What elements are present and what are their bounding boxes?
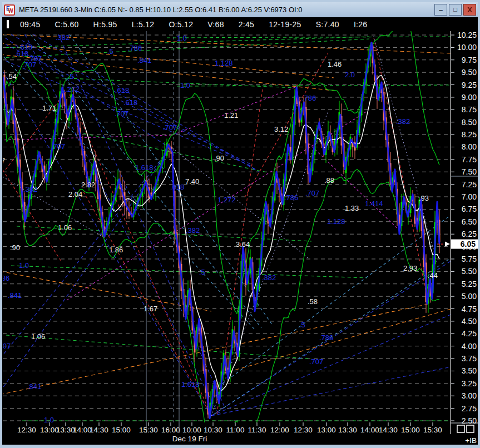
svg-text:.382: .382 (396, 117, 410, 126)
svg-text:7.40: 7.40 (185, 177, 199, 186)
svg-text:.841: .841 (27, 382, 41, 391)
svg-text:.90: .90 (214, 154, 224, 162)
scale-checkbox-right[interactable] (469, 425, 476, 432)
status-item: L:5.12 (132, 20, 155, 29)
svg-text:.382: .382 (56, 33, 70, 42)
svg-text:2.04: 2.04 (68, 190, 82, 198)
minimize-button[interactable]: – (434, 4, 447, 16)
svg-text:.786: .786 (2, 274, 9, 282)
svg-text:3.64: 3.64 (236, 240, 250, 248)
svg-text:.841: .841 (8, 291, 22, 300)
app-icon-letter-w: W (8, 8, 13, 14)
svg-text:1.272: 1.272 (217, 196, 236, 204)
svg-text:.707: .707 (51, 142, 65, 151)
scale-checkbox-left[interactable] (459, 425, 467, 432)
svg-text:1.71: 1.71 (42, 104, 56, 112)
svg-text:2.0: 2.0 (345, 71, 355, 79)
status-bar: 09:45C:5.60H:5.95L:5.12O:5.12V:682:4512-… (2, 17, 478, 31)
title-bar[interactable]: E W META 2519L660 3-Min C:6.05 N:- 0.85 … (2, 2, 478, 17)
svg-text:1.21: 1.21 (224, 111, 238, 120)
svg-text:.707: .707 (309, 357, 323, 366)
svg-text:.382: .382 (23, 185, 37, 193)
svg-text:.44: .44 (428, 271, 438, 280)
price-axis[interactable] (451, 31, 480, 422)
svg-text:.707: .707 (163, 123, 177, 132)
maximize-button[interactable]: □ (449, 4, 462, 16)
svg-text:.382: .382 (186, 226, 200, 235)
svg-text:1.46: 1.46 (328, 60, 342, 68)
ensign-app-icon: E W (4, 4, 15, 16)
svg-text:1.0: 1.0 (19, 261, 29, 270)
svg-text:.90: .90 (10, 243, 20, 252)
svg-text:1.0: 1.0 (177, 34, 187, 42)
window-title: META 2519L660 3-Min C:6.05 N:- 0.85 H:10… (19, 6, 303, 14)
svg-text:2.93: 2.93 (403, 264, 417, 272)
svg-text:.786: .786 (284, 193, 298, 202)
svg-text:2.82: 2.82 (81, 181, 95, 189)
svg-text:.707: .707 (2, 342, 11, 350)
bar-cursor-icon (7, 20, 9, 28)
status-item: I:26 (354, 20, 368, 29)
svg-text:.93: .93 (419, 194, 429, 202)
svg-text:.618: .618 (115, 86, 129, 94)
svg-text:.382: .382 (262, 273, 276, 282)
status-item: S:7.40 (316, 20, 339, 29)
svg-text:.786: .786 (302, 94, 316, 102)
svg-text:.58: .58 (308, 297, 318, 306)
svg-text:1.618: 1.618 (135, 163, 154, 172)
status-item: H:5.95 (93, 20, 117, 29)
ib-label (462, 436, 478, 445)
svg-text:1.128: 1.128 (327, 217, 345, 226)
svg-text:1.33: 1.33 (345, 204, 359, 212)
status-item: 2:45 (239, 20, 254, 29)
svg-text:.5: .5 (299, 321, 305, 329)
svg-text:.54: .54 (7, 72, 17, 81)
window-controls: – □ X (434, 4, 476, 16)
time-axis[interactable] (2, 422, 451, 445)
status-item: C:5.60 (55, 20, 79, 29)
status-item: O:5.12 (169, 20, 193, 29)
status-item: 09:45 (20, 20, 41, 29)
status-item: 12-19-25 (269, 20, 301, 29)
svg-text:1.67: 1.67 (143, 305, 157, 313)
svg-text:1.128: 1.128 (215, 59, 233, 67)
svg-text:1.272: 1.272 (61, 85, 80, 93)
svg-text:1.414: 1.414 (365, 200, 383, 208)
chart-window: E W META 2519L660 3-Min C:6.05 N:- 0.85 … (0, 0, 480, 448)
svg-text:.5: .5 (107, 47, 113, 56)
svg-text:1.86: 1.86 (109, 246, 123, 254)
svg-text:.88: .88 (324, 176, 334, 185)
svg-text:.707: .707 (22, 61, 36, 69)
svg-text:.786: .786 (319, 333, 333, 342)
svg-text:1.0: 1.0 (180, 81, 190, 89)
chart-canvas[interactable]: .382.618.618.707.707.786.5.841.54.51.272… (2, 31, 478, 445)
svg-text:.5: .5 (68, 72, 74, 81)
svg-text:1.06: 1.06 (58, 223, 72, 232)
svg-text:.841: .841 (137, 56, 151, 64)
svg-text:.707: .707 (115, 109, 128, 118)
svg-text:.5: .5 (214, 391, 220, 399)
svg-text:.786: .786 (128, 44, 142, 52)
svg-text:.618: .618 (123, 98, 137, 107)
svg-text:1.06: 1.06 (31, 332, 45, 341)
svg-text:.618: .618 (14, 49, 28, 58)
svg-text:1.618: 1.618 (181, 380, 200, 389)
svg-text:.5: .5 (199, 268, 205, 276)
svg-text:.618: .618 (170, 183, 184, 191)
close-button[interactable]: X (463, 4, 476, 16)
svg-text:.707: .707 (305, 189, 319, 197)
status-item: V:68 (207, 20, 224, 29)
svg-text:3.12: 3.12 (274, 125, 288, 133)
